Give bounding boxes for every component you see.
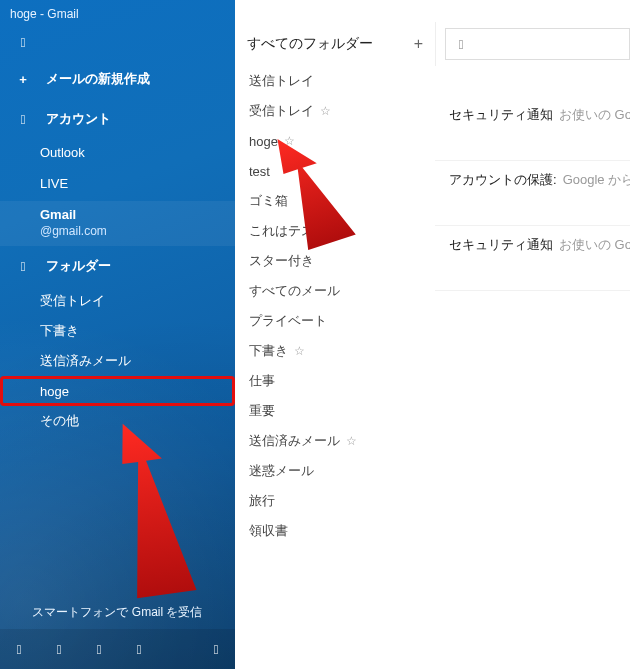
sidebar: hoge - Gmail  + メールの新規作成  アカウント Outloo…: [0, 0, 235, 669]
folder-panel-item[interactable]: スター付き: [235, 246, 435, 276]
folder-panel-item[interactable]: 受信トレイ☆: [235, 96, 435, 126]
person-icon: : [14, 112, 32, 127]
folder-panel-item-label: hoge: [249, 134, 278, 149]
folder-panel-item-label: 送信済みメール: [249, 432, 340, 450]
folder-panel-item[interactable]: 迷惑メール: [235, 456, 435, 486]
mail-item-title: セキュリティ通知: [449, 107, 553, 122]
menu-icon: : [14, 35, 32, 50]
compose-label: メールの新規作成: [46, 70, 150, 88]
mail-item[interactable]: セキュリティ通知お使いの Google ア: [435, 226, 630, 291]
folder-panel-header: すべてのフォルダー +: [235, 22, 435, 66]
folder-panel-item-label: 受信トレイ: [249, 102, 314, 120]
folder-panel-item[interactable]: 領収書: [235, 516, 435, 546]
folder-panel-item[interactable]: 旅行: [235, 486, 435, 516]
folder-other[interactable]: その他: [0, 406, 235, 436]
folder-panel-item[interactable]: これはテスト: [235, 216, 435, 246]
folder-panel-item[interactable]: 送信済みメール☆: [235, 426, 435, 456]
folder-panel-item-label: ゴミ箱: [249, 192, 288, 210]
toolbar: : [435, 22, 630, 67]
account-name: LIVE: [40, 176, 68, 191]
folder-panel-item[interactable]: 下書き☆: [235, 336, 435, 366]
folder-label: 送信済みメール: [40, 352, 131, 370]
people-icon[interactable]: : [90, 642, 108, 657]
account-name: Outlook: [40, 145, 85, 160]
folder-label: hoge: [40, 384, 69, 399]
folder-label: その他: [40, 412, 79, 430]
mail-item-title: セキュリティ通知: [449, 237, 553, 252]
mail-item-preview: お使いの Google ア: [559, 107, 630, 122]
add-folder-button[interactable]: +: [414, 35, 423, 53]
mail-item-preview: お使いの Google ア: [559, 237, 630, 252]
sidebar-footer:     : [0, 629, 235, 669]
folder-panel-item-label: test: [249, 164, 270, 179]
folder-panel-item[interactable]: test: [235, 156, 435, 186]
star-icon: ☆: [320, 104, 331, 118]
folder-panel-item-label: スター付き: [249, 252, 314, 270]
folder-panel-item-label: 重要: [249, 402, 275, 420]
window-title: hoge - Gmail: [0, 0, 235, 25]
folder-panel-item-label: 迷惑メール: [249, 462, 314, 480]
hamburger-button[interactable]: : [0, 25, 235, 59]
account-sub: @gmail.com: [40, 224, 107, 238]
mail-icon[interactable]: : [10, 642, 28, 657]
star-icon: ☆: [284, 134, 295, 148]
account-live[interactable]: LIVE: [0, 170, 235, 201]
folders-label: フォルダー: [46, 257, 111, 275]
folder-panel-item[interactable]: ゴミ箱: [235, 186, 435, 216]
folder-panel-title: すべてのフォルダー: [247, 35, 414, 53]
search-icon: : [446, 37, 476, 52]
account-gmail[interactable]: Gmail @gmail.com: [0, 201, 235, 246]
folder-panel-item[interactable]: プライベート: [235, 306, 435, 336]
folder-inbox[interactable]: 受信トレイ: [0, 286, 235, 316]
folder-label: 下書き: [40, 322, 79, 340]
folder-label: 受信トレイ: [40, 292, 105, 310]
account-outlook[interactable]: Outlook: [0, 139, 235, 170]
folder-panel-item-label: これはテスト: [249, 222, 327, 240]
star-icon: ☆: [346, 434, 357, 448]
folder-panel-item[interactable]: 重要: [235, 396, 435, 426]
mail-item-title: アカウントの保護:: [449, 172, 557, 187]
calendar-icon[interactable]: : [50, 642, 68, 657]
plus-icon: +: [14, 72, 32, 87]
folder-panel-item-label: 領収書: [249, 522, 288, 540]
star-icon: ☆: [294, 344, 305, 358]
promo-banner[interactable]: スマートフォンで Gmail を受信: [0, 595, 235, 629]
account-name: Gmail: [40, 207, 76, 222]
promo-label: スマートフォンで Gmail を受信: [32, 604, 202, 621]
folder-panel-item-label: すべてのメール: [249, 282, 340, 300]
gear-icon[interactable]: : [207, 642, 225, 657]
folder-icon: : [14, 259, 32, 274]
accounts-header[interactable]:  アカウント: [0, 99, 235, 139]
check-icon[interactable]: : [130, 642, 148, 657]
folder-hoge[interactable]: hoge: [0, 376, 235, 406]
folder-panel-item-label: プライベート: [249, 312, 327, 330]
folder-drafts[interactable]: 下書き: [0, 316, 235, 346]
accounts-label: アカウント: [46, 110, 111, 128]
compose-button[interactable]: + メールの新規作成: [0, 59, 235, 99]
folder-panel: すべてのフォルダー + 送信トレイ受信トレイ☆hoge☆testゴミ箱これはテス…: [235, 22, 436, 669]
folder-panel-item[interactable]: 送信トレイ: [235, 66, 435, 96]
mail-item[interactable]: セキュリティ通知お使いの Google ア: [435, 96, 630, 161]
folder-panel-item[interactable]: 仕事: [235, 366, 435, 396]
folder-panel-item[interactable]: すべてのメール: [235, 276, 435, 306]
mail-item[interactable]: アカウントの保護:Google からのセキ: [435, 161, 630, 226]
folders-header[interactable]:  フォルダー: [0, 246, 235, 286]
mail-list: セキュリティ通知お使いの Google アアカウントの保護:Google からの…: [435, 66, 630, 669]
mail-item-preview: Google からのセキ: [563, 172, 630, 187]
folder-sent[interactable]: 送信済みメール: [0, 346, 235, 376]
folder-panel-item[interactable]: hoge☆: [235, 126, 435, 156]
folder-panel-item-label: 送信トレイ: [249, 72, 314, 90]
search-input[interactable]: : [445, 28, 630, 60]
folder-panel-item-label: 仕事: [249, 372, 275, 390]
folder-panel-item-label: 下書き: [249, 342, 288, 360]
folder-panel-item-label: 旅行: [249, 492, 275, 510]
